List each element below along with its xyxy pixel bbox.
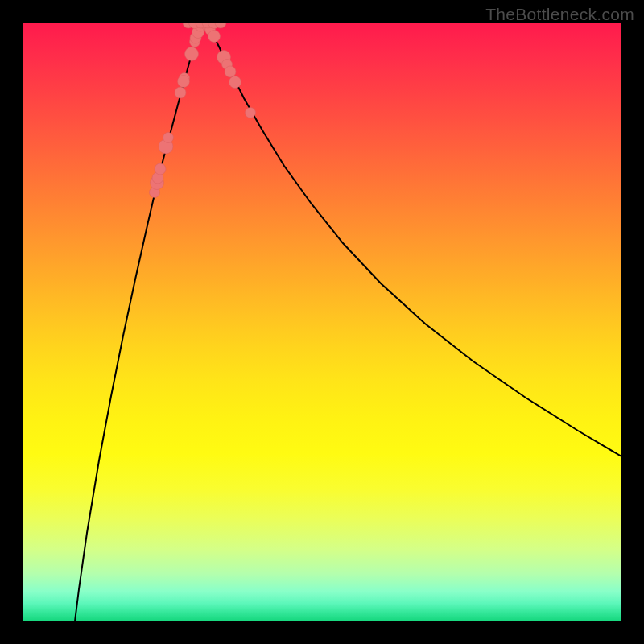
data-marker xyxy=(175,87,186,98)
plot-area xyxy=(23,23,621,621)
data-marker xyxy=(229,76,242,89)
chart-stage: TheBottleneck.com xyxy=(0,0,644,644)
data-marker xyxy=(178,76,190,88)
bottleneck-curve-right xyxy=(204,23,621,456)
data-marker xyxy=(155,163,166,175)
data-marker xyxy=(225,66,236,77)
data-marker xyxy=(246,108,256,118)
data-marker xyxy=(163,133,174,143)
chart-svg xyxy=(23,23,621,621)
marker-cluster-left xyxy=(150,23,207,198)
watermark-text: TheBottleneck.com xyxy=(485,5,634,24)
bottleneck-curve-left xyxy=(75,23,204,621)
data-marker xyxy=(185,47,199,61)
data-marker xyxy=(208,31,221,43)
